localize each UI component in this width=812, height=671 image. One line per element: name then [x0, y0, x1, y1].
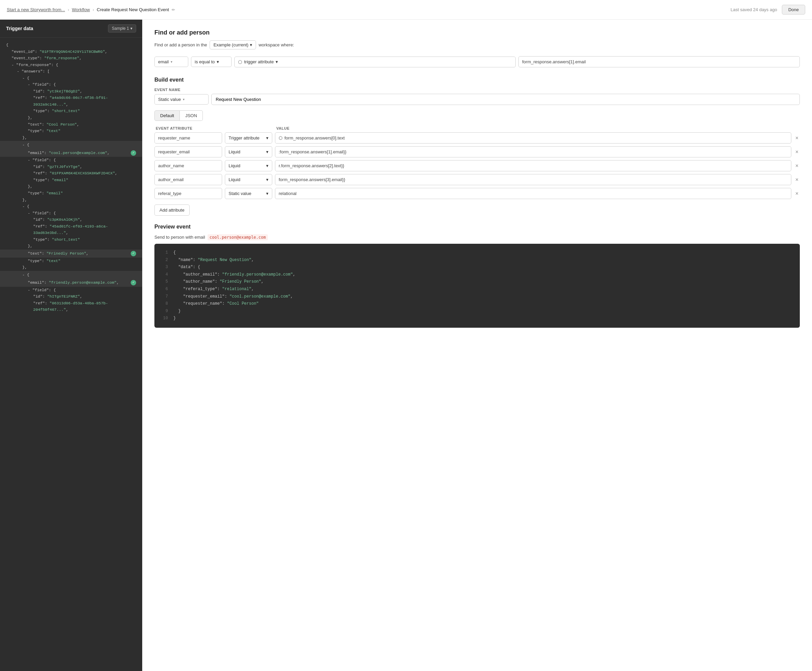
- find-intro-text: Find or add a person in the: [154, 42, 207, 48]
- attr-value-3[interactable]: r.form_response.answers[2].text}}: [275, 160, 792, 171]
- filter-field-chevron-icon: ▾: [171, 60, 172, 64]
- attributes-list: Trigger attribute ▾ ⬡ form_response.answ…: [154, 132, 800, 199]
- attr-type-1-label: Trigger attribute: [229, 135, 259, 140]
- json-line-4: 4 "author_email": "friendly.person@examp…: [161, 271, 793, 279]
- attr-value-2-text: :form_response.answers[1].email}}: [279, 149, 346, 154]
- attr-type-1[interactable]: Trigger attribute ▾: [225, 132, 272, 143]
- event-name-type-chevron-icon: ▾: [183, 97, 184, 101]
- attr-name-1[interactable]: [154, 132, 222, 143]
- attr-type-2[interactable]: Liquid ▾: [225, 146, 272, 157]
- attr-value-4-text: form_response.answers[3].email}}: [279, 177, 345, 182]
- json-line-3: 3 "data": {: [161, 264, 793, 271]
- attr-value-5-text: relational: [279, 191, 297, 196]
- breadcrumb-workflow[interactable]: Workflow: [72, 7, 90, 12]
- attr-name-3[interactable]: [154, 160, 222, 171]
- workspace-label: Example (current): [213, 42, 248, 48]
- workspace-selector[interactable]: Example (current) ▾: [210, 40, 256, 49]
- event-name-type-label: Static value: [158, 97, 181, 102]
- event-name-row: Static value ▾: [154, 94, 800, 105]
- attr-row-4: Liquid ▾ form_response.answers[3].email}…: [154, 174, 800, 185]
- filter-value-input[interactable]: form_response.answers[1].email: [519, 56, 800, 67]
- json-line-2: 2 "name": "Request New Question",: [161, 257, 793, 264]
- code-display: { "event_id": "01FTRY9QGNG4C429Y11T8CBWR…: [0, 37, 142, 317]
- event-tabs: Default JSON: [154, 111, 800, 121]
- preview-title: Preview event: [154, 224, 800, 230]
- attr-row-5: Static value ▾ relational ×: [154, 188, 800, 199]
- header: Start a new Storyworth from... › Workflo…: [0, 0, 812, 20]
- attr-type-1-chevron-icon: ▾: [266, 135, 268, 140]
- sidebar: Trigger data Sample 1 ▾ { "event_id": "0…: [0, 20, 142, 671]
- send-to-label: Send to person with email: [154, 235, 205, 240]
- filter-type-label: trigger attribute: [244, 59, 274, 64]
- done-button[interactable]: Done: [782, 5, 805, 15]
- json-line-7: 7 "requester_email": "cool.person@exampl…: [161, 293, 793, 301]
- preview-section: Preview event Send to person with email …: [154, 224, 800, 328]
- sample-label: Sample 1: [112, 26, 129, 31]
- last-saved-text: Last saved 24 days ago: [731, 7, 777, 12]
- breadcrumb-sep-2: ›: [93, 7, 94, 12]
- check-icon-3: ✓: [131, 280, 136, 285]
- attr-value-3-text: r.form_response.answers[2].text}}: [279, 163, 345, 168]
- check-icon-1: ✓: [131, 150, 136, 156]
- filter-row: email ▾ is equal to ▾ ⬡ trigger attribut…: [154, 56, 800, 67]
- filter-type-select[interactable]: ⬡ trigger attribute ▾: [234, 56, 516, 67]
- attr-value-2[interactable]: :form_response.answers[1].email}}: [275, 146, 792, 157]
- attr-type-2-chevron-icon: ▾: [266, 149, 268, 154]
- attr-type-4[interactable]: Liquid ▾: [225, 174, 272, 185]
- attr-type-3-label: Liquid: [229, 163, 241, 168]
- attr-value-1[interactable]: ⬡ form_response.answers[0].text: [275, 132, 792, 143]
- attr-name-2[interactable]: [154, 146, 222, 157]
- attr-type-5[interactable]: Static value ▾: [225, 188, 272, 199]
- workspace-chevron-icon: ▾: [250, 42, 252, 48]
- breadcrumb: Start a new Storyworth from... › Workflo…: [7, 7, 175, 12]
- attr-value-1-icon: ⬡: [279, 135, 282, 140]
- attr-value-5[interactable]: relational: [275, 188, 792, 199]
- attr-name-5[interactable]: [154, 188, 222, 199]
- main-layout: Trigger data Sample 1 ▾ { "event_id": "0…: [0, 20, 812, 671]
- attr-type-2-label: Liquid: [229, 149, 241, 154]
- find-person-title: Find or add person: [154, 29, 800, 36]
- json-line-9: 9 }: [161, 308, 793, 315]
- json-line-8: 8 "requester_name": "Cool Person": [161, 300, 793, 308]
- edit-icon[interactable]: ✏: [172, 7, 175, 12]
- add-attribute-button[interactable]: Add attribute: [154, 204, 189, 216]
- sidebar-header: Trigger data Sample 1 ▾: [0, 20, 142, 37]
- attr-value-1-text: form_response.answers[0].text: [285, 135, 345, 140]
- tab-default[interactable]: Default: [154, 111, 180, 121]
- check-icon-2: ✓: [131, 251, 136, 256]
- event-name-type-select[interactable]: Static value ▾: [154, 94, 208, 105]
- attr-type-5-label: Static value: [229, 191, 251, 196]
- attr-type-4-label: Liquid: [229, 177, 241, 182]
- trigger-icon: ⬡: [238, 59, 242, 65]
- breadcrumb-current: Create Request New Question Event: [97, 7, 169, 12]
- tab-json[interactable]: JSON: [180, 111, 203, 121]
- json-line-5: 5 "author_name": "Friendly Person",: [161, 278, 793, 286]
- attr-row-1: Trigger attribute ▾ ⬡ form_response.answ…: [154, 132, 800, 143]
- filter-operator-chevron-icon: ▾: [217, 59, 219, 64]
- filter-field-select[interactable]: email ▾: [154, 56, 188, 67]
- content-area: Find or add person Find or add a person …: [142, 20, 812, 671]
- find-row: Find or add a person in the Example (cur…: [154, 40, 800, 49]
- remove-attr-1[interactable]: ×: [794, 134, 800, 143]
- remove-attr-3[interactable]: ×: [794, 162, 800, 170]
- filter-operator-select[interactable]: is equal to ▾: [191, 56, 232, 67]
- sample-chevron-icon: ▾: [130, 26, 132, 31]
- attr-type-3-chevron-icon: ▾: [266, 163, 268, 168]
- sample-selector[interactable]: Sample 1 ▾: [108, 24, 136, 32]
- send-row: Send to person with email cool.person@ex…: [154, 235, 800, 240]
- remove-attr-2[interactable]: ×: [794, 148, 800, 157]
- attr-type-3[interactable]: Liquid ▾: [225, 160, 272, 171]
- attr-row-3: Liquid ▾ r.form_response.answers[2].text…: [154, 160, 800, 171]
- col-event-attr-label: EVENT ATTRIBUTE: [156, 126, 223, 130]
- remove-attr-5[interactable]: ×: [794, 189, 800, 198]
- attr-name-4[interactable]: [154, 174, 222, 185]
- json-preview: 1 { 2 "name": "Request New Question", 3 …: [154, 244, 800, 328]
- build-event-section: Build event EVENT NAME Static value ▾ De…: [154, 77, 800, 216]
- remove-attr-4[interactable]: ×: [794, 175, 800, 184]
- sidebar-title: Trigger data: [6, 26, 33, 31]
- breadcrumb-start[interactable]: Start a new Storyworth from...: [7, 7, 65, 12]
- attr-value-4[interactable]: form_response.answers[3].email}}: [275, 174, 792, 185]
- event-name-label: EVENT NAME: [154, 88, 800, 92]
- header-right: Last saved 24 days ago Done: [731, 5, 805, 15]
- event-name-input[interactable]: [211, 94, 800, 105]
